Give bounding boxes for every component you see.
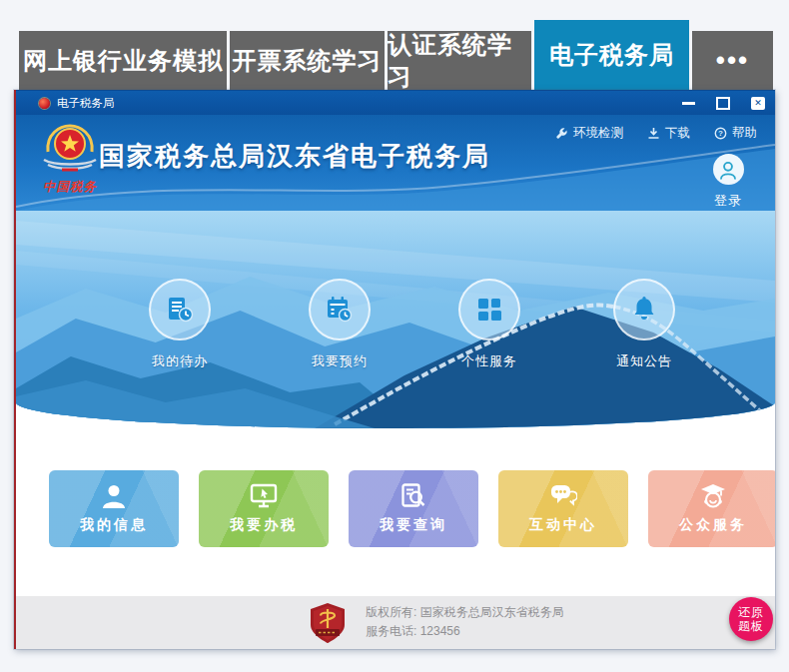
card-query[interactable]: 我要查询 bbox=[349, 470, 478, 547]
tab-invoicing-system[interactable]: 开票系统学习 bbox=[230, 31, 385, 90]
card-my-information[interactable]: 我的信息 bbox=[49, 470, 179, 547]
site-header: 中国税务 国家税务总局汉东省电子税务局 环境检测 下载 bbox=[16, 115, 775, 211]
download-label: 下载 bbox=[665, 125, 690, 142]
feature-circle bbox=[613, 279, 675, 340]
svg-text:?: ? bbox=[718, 129, 723, 138]
download-link[interactable]: 下载 bbox=[647, 125, 690, 142]
close-button[interactable] bbox=[751, 97, 765, 110]
header-quick-links: 环境检测 下载 ? 帮助 bbox=[555, 125, 757, 142]
help-icon: ? bbox=[714, 127, 727, 140]
card-row: 我的信息 我要办税 bbox=[49, 470, 775, 547]
feature-label: 通知公告 bbox=[599, 352, 689, 370]
page: 网上银行业务模拟 开票系统学习 认证系统学习 电子税务局 ••• 电子税务局 bbox=[0, 0, 789, 672]
card-label: 我要查询 bbox=[380, 516, 447, 534]
maximize-button[interactable] bbox=[716, 97, 730, 110]
tab-auth-system[interactable]: 认证系统学习 bbox=[388, 31, 531, 90]
tab-online-banking-sim[interactable]: 网上银行业务模拟 bbox=[19, 31, 227, 90]
site-title: 国家税务总局汉东省电子税务局 bbox=[99, 139, 490, 174]
chat-bubbles-icon bbox=[549, 483, 577, 509]
user-icon bbox=[716, 159, 740, 181]
card-interaction-center[interactable]: 互动中心 bbox=[498, 470, 628, 547]
tax-shield-badge-icon bbox=[308, 602, 348, 648]
todo-list-clock-icon bbox=[165, 295, 195, 325]
feature-label: 个性服务 bbox=[444, 352, 534, 370]
wrench-icon bbox=[555, 127, 568, 140]
minimize-button[interactable] bbox=[682, 102, 695, 105]
environment-check-label: 环境检测 bbox=[573, 125, 623, 142]
service-phone-line: 服务电话: 123456 bbox=[366, 622, 564, 641]
monitor-cursor-icon bbox=[250, 483, 278, 509]
user-silhouette-icon bbox=[100, 483, 128, 509]
restore-board-button[interactable]: 还原 题板 bbox=[729, 597, 773, 641]
feature-label: 我的待办 bbox=[135, 352, 225, 370]
tab-bar: 网上银行业务模拟 开票系统学习 认证系统学习 电子税务局 ••• bbox=[19, 20, 773, 90]
card-label: 公众服务 bbox=[679, 516, 747, 534]
feature-personal-services[interactable]: 个性服务 bbox=[444, 279, 534, 370]
login-button[interactable]: 登录 bbox=[705, 154, 751, 210]
login-label: 登录 bbox=[705, 192, 751, 210]
feature-my-todo[interactable]: 我的待办 bbox=[135, 279, 225, 370]
hero-banner: 我的待办 我要预约 bbox=[16, 211, 775, 428]
tab-etax-bureau[interactable]: 电子税务局 bbox=[534, 20, 689, 90]
download-icon bbox=[647, 127, 660, 140]
feature-circle bbox=[458, 279, 520, 340]
footer: 版权所有: 国家税务总局汉东省税务局 服务电话: 123456 还原 题板 bbox=[16, 596, 775, 649]
feature-appointment[interactable]: 我要预约 bbox=[295, 279, 385, 370]
calendar-clock-icon bbox=[325, 295, 355, 325]
feature-announcements[interactable]: 通知公告 bbox=[599, 279, 689, 370]
window-title: 电子税务局 bbox=[57, 96, 115, 111]
tab-more[interactable]: ••• bbox=[692, 31, 773, 90]
footer-text: 版权所有: 国家税务总局汉东省税务局 服务电话: 123456 bbox=[366, 603, 564, 641]
window-titlebar: 电子税务局 bbox=[16, 90, 775, 115]
restore-label-line2: 题板 bbox=[738, 619, 764, 633]
help-link[interactable]: ? 帮助 bbox=[714, 125, 757, 142]
etax-window: 电子税务局 中国税务 bbox=[14, 90, 775, 649]
card-label: 我的信息 bbox=[80, 516, 148, 534]
card-public-services[interactable]: 公众服务 bbox=[648, 470, 775, 547]
grid-apps-icon bbox=[475, 296, 503, 324]
emblem-caption: 中国税务 bbox=[34, 179, 106, 196]
feature-circle bbox=[309, 279, 371, 340]
graduate-headset-icon bbox=[699, 483, 727, 509]
environment-check-link[interactable]: 环境检测 bbox=[555, 125, 623, 142]
login-avatar-circle bbox=[713, 154, 744, 185]
china-tax-emblem-icon: 中国税务 bbox=[34, 122, 106, 196]
document-search-icon bbox=[400, 483, 426, 509]
card-label: 互动中心 bbox=[529, 516, 597, 534]
tax-emblem-mini-icon bbox=[39, 98, 50, 109]
window-controls bbox=[682, 97, 775, 110]
help-label: 帮助 bbox=[732, 125, 757, 142]
card-label: 我要办税 bbox=[230, 516, 298, 534]
copyright-line: 版权所有: 国家税务总局汉东省税务局 bbox=[366, 603, 564, 622]
content-area: 我的信息 我要办税 bbox=[16, 428, 775, 596]
restore-label-line1: 还原 bbox=[738, 605, 764, 619]
feature-circle bbox=[149, 279, 211, 340]
feature-label: 我要预约 bbox=[295, 352, 385, 370]
bell-icon bbox=[629, 295, 659, 325]
card-handle-tax[interactable]: 我要办税 bbox=[199, 470, 329, 547]
